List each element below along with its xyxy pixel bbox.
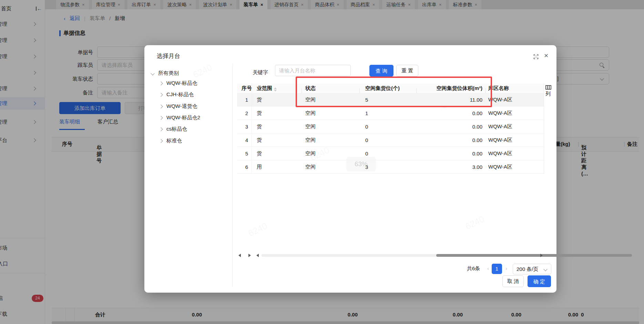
cancel-button[interactable]: 取 消 <box>502 275 524 287</box>
scroll-left-icon[interactable] <box>238 254 241 257</box>
caret-right-icon[interactable] <box>159 81 163 85</box>
cell-area: WQW-A区 <box>488 137 512 143</box>
tree-label: CJH-标品仓 <box>166 91 194 97</box>
cell-scope: 货 <box>257 137 262 143</box>
table-right-border <box>544 83 544 174</box>
cell-area: WQW-A区 <box>488 110 512 117</box>
cell-seq: 3 <box>240 124 254 130</box>
close-icon[interactable]: × <box>544 51 548 60</box>
cell-volume: 0.00 <box>430 110 482 116</box>
tree-item-cjh-std[interactable]: CJH-标品仓 <box>160 89 194 100</box>
cell-slots: 3 <box>365 164 368 170</box>
cell-seq: 1 <box>240 97 254 103</box>
table-hscrollbar <box>237 253 544 257</box>
column-separator <box>301 88 302 93</box>
cell-area: WQW-A区 <box>488 123 512 130</box>
cell-slots: 0 <box>365 137 368 143</box>
dock-table-header: 序号 业范围 状态 空闲集货位(个) 空闲集货位体积(m³) 库区名称 <box>237 83 544 93</box>
col-status: 状态 <box>305 85 316 92</box>
cell-volume: 11.00 <box>430 97 482 103</box>
dock-name-input[interactable]: 请输入月台名称 <box>275 65 351 76</box>
cell-area: WQW-A区 <box>488 150 512 157</box>
pagination: 共6条 ‹ 1 › 200 条/页 <box>144 264 544 274</box>
column-settings-button[interactable]: 列 <box>545 85 556 97</box>
caret-right-icon[interactable] <box>159 116 163 120</box>
table-row[interactable]: 1货空闲511.00WQW-A区 <box>237 93 544 107</box>
tree-label: WQW-退货仓 <box>166 103 197 109</box>
col-scope[interactable]: 业范围 <box>257 85 277 92</box>
next-page-icon[interactable]: › <box>505 265 507 271</box>
caret-right-icon[interactable] <box>159 104 163 108</box>
cell-volume: 0.00 <box>430 137 482 143</box>
fullscreen-icon[interactable] <box>533 54 539 61</box>
cell-seq: 6 <box>240 164 254 170</box>
cell-volume: 0.00 <box>430 124 482 130</box>
table-row[interactable]: 6用空闲33.00WQW-A区 <box>237 160 544 174</box>
cell-seq: 4 <box>240 137 254 143</box>
tree-label: 标准仓 <box>166 138 182 143</box>
table-row[interactable]: 2货空闲10.00WQW-A区 <box>237 107 544 120</box>
tree-item-standard[interactable]: 标准仓 <box>160 135 182 146</box>
sort-icon[interactable] <box>274 88 277 92</box>
col-seq: 序号 <box>240 85 254 92</box>
cell-volume: 0.00 <box>430 151 482 156</box>
caret-down-icon[interactable] <box>151 71 154 75</box>
col-area-name: 库区名称 <box>488 85 509 92</box>
col-label: 业范围 <box>257 85 272 91</box>
cell-scope: 货 <box>257 123 262 130</box>
modal-title: 选择月台 <box>157 52 180 60</box>
tree-label: 所有类别 <box>158 70 179 76</box>
prev-page-icon[interactable]: ‹ <box>487 265 489 271</box>
screen: 首页 ← 管理 管理 管理 管理 管理 管理 平台 市场 入口 信 24 下载 … <box>0 0 644 324</box>
cell-scope: 货 <box>257 110 262 117</box>
cell-area: WQW-A区 <box>488 97 512 103</box>
tree-item-wqw-std[interactable]: WQW-标品仓 <box>160 78 197 88</box>
cell-status: 空闲 <box>305 137 316 143</box>
total-count-text: 共6条 <box>467 265 480 272</box>
scroll-right-icon[interactable] <box>248 254 251 257</box>
cell-seq: 2 <box>240 110 254 116</box>
page-size-value: 200 条/页 <box>517 266 538 272</box>
confirm-button[interactable]: 确 定 <box>528 275 551 287</box>
scroll-left-icon[interactable] <box>256 254 259 257</box>
table-row[interactable]: 5货空闲00.00WQW-A区 <box>237 147 544 160</box>
keyword-label: 关键字 <box>253 67 268 78</box>
scrollbar-thumb[interactable] <box>436 254 632 257</box>
table-row[interactable]: 4货空闲00.00WQW-A区 <box>237 133 544 147</box>
cell-status: 空闲 <box>305 123 316 130</box>
page-size-select[interactable]: 200 条/页 <box>513 264 551 274</box>
cell-scope: 货 <box>257 150 262 157</box>
tree-item-wqw-return[interactable]: WQW-退货仓 <box>160 101 197 111</box>
watermark: 6240 <box>463 214 486 232</box>
reset-button[interactable]: 重 置 <box>396 65 418 77</box>
scroll-right-icon[interactable] <box>540 254 543 257</box>
tree-label: cs标品仓 <box>166 126 187 132</box>
cell-status: 空闲 <box>305 164 316 170</box>
grid-icon <box>545 85 551 90</box>
cell-scope: 用 <box>257 164 262 170</box>
column-separator <box>485 88 485 93</box>
caret-right-icon[interactable] <box>159 93 163 97</box>
cell-scope: 货 <box>257 97 262 103</box>
column-settings-label: 列 <box>545 91 556 97</box>
page-1-button[interactable]: 1 <box>492 264 502 274</box>
cell-slots: 1 <box>365 110 368 116</box>
caret-right-icon[interactable] <box>159 127 163 131</box>
query-button[interactable]: 查 询 <box>369 65 393 77</box>
cell-status: 空闲 <box>305 110 316 117</box>
tree-root-all-categories[interactable]: 所有类别 <box>151 68 179 78</box>
table-row[interactable]: 3货空闲00.00WQW-A区 <box>237 120 544 133</box>
cell-slots: 0 <box>365 151 368 156</box>
tree-item-cs-std[interactable]: cs标品仓 <box>160 124 187 134</box>
dock-table: 序号 业范围 状态 空闲集货位(个) 空闲集货位体积(m³) 库区名称 1货空闲… <box>237 83 544 174</box>
select-dock-modal: 6240 6240 6240 6240 6240 选择月台 × 所有类别 WQW… <box>144 45 556 293</box>
chevron-down-icon <box>543 267 547 271</box>
cell-status: 空闲 <box>305 97 316 103</box>
col-free-volume: 空闲集货位体积(m³) <box>396 85 482 92</box>
tree-label: WQW-标品仓2 <box>166 114 200 120</box>
cell-slots: 0 <box>365 124 368 130</box>
tree-item-wqw-std2[interactable]: WQW-标品仓2 <box>160 112 200 123</box>
caret-right-icon[interactable] <box>159 139 163 143</box>
cell-seq: 5 <box>240 151 254 156</box>
column-separator <box>359 88 360 93</box>
